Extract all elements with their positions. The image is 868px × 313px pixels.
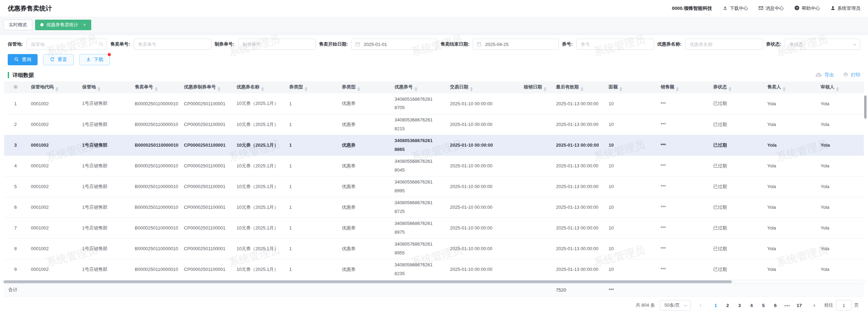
prev-page-button[interactable]: ‹ — [696, 300, 705, 311]
section-accent-bar — [8, 72, 9, 78]
column-header[interactable]: 券类型 — [285, 81, 338, 93]
pagination-pages: 123456•••17 — [710, 300, 804, 311]
column-settings[interactable] — [4, 81, 27, 93]
row-index: 3 — [4, 135, 27, 155]
sort-icon[interactable] — [619, 87, 622, 91]
topbar: 优惠券售卖统计 0000.领锋智能科技 下载中心 消息中心 ? 帮助中心 系统管… — [0, 0, 868, 17]
pagination-ellipsis[interactable]: ••• — [782, 300, 793, 311]
pagination-page-17[interactable]: 17 — [794, 300, 804, 311]
table-row[interactable]: 1 00010021号店销售部 B0000250110000010CP00002… — [4, 93, 864, 114]
sort-icon[interactable] — [155, 87, 158, 91]
horizontal-scrollbar-thumb[interactable] — [4, 280, 732, 283]
column-header[interactable]: 核销日期 — [519, 81, 552, 93]
sort-icon[interactable] — [544, 87, 546, 91]
content-divider — [0, 32, 868, 35]
row-index: 1 — [4, 93, 27, 114]
pagination-page-1[interactable]: 1 — [710, 300, 721, 311]
table-body: 1 00010021号店销售部 B0000250110000010CP00002… — [4, 93, 864, 280]
coupon-status-select[interactable] — [785, 39, 860, 50]
search-icon — [14, 57, 19, 63]
sort-icon[interactable] — [729, 87, 731, 91]
column-header[interactable]: 面额 — [604, 81, 656, 93]
filter-coupon-name: 优惠券名称: — [657, 39, 763, 50]
sales-order-input[interactable] — [134, 39, 212, 50]
user-menu[interactable]: 系统管理员 — [830, 5, 860, 12]
tab-close-icon[interactable]: × — [83, 22, 86, 27]
sort-icon[interactable] — [357, 87, 360, 91]
tab-coupon-sales-stats[interactable]: 优惠券售卖统计 × — [35, 20, 91, 30]
column-header[interactable]: 售卖单号 — [131, 81, 180, 93]
table-row[interactable]: 3 00010021号店销售部 B0000250110000010CP00002… — [4, 135, 864, 155]
cloud-download-icon — [815, 72, 822, 78]
column-header[interactable]: 审核人 — [816, 81, 864, 93]
summary-row: 合计 7520 *** — [4, 284, 864, 297]
storage-location-input[interactable] — [26, 39, 107, 50]
pagination-page-4[interactable]: 4 — [746, 300, 757, 311]
pagination-page-3[interactable]: 3 — [734, 300, 745, 311]
table-row[interactable]: 6 00010021号店销售部 B0000250110000010CP00002… — [4, 197, 864, 218]
sort-icon[interactable] — [305, 87, 307, 91]
table-row[interactable]: 5 00010021号店销售部 B0000250110000010CP00002… — [4, 176, 864, 197]
sort-icon[interactable] — [415, 87, 417, 91]
question-circle-icon: ? — [794, 5, 800, 12]
column-header[interactable]: 保管地 — [78, 81, 131, 93]
sort-icon[interactable] — [676, 87, 679, 91]
coupon-number-input[interactable] — [576, 39, 654, 50]
download-button[interactable]: 下载 — [79, 54, 110, 65]
help-center-link[interactable]: ? 帮助中心 — [794, 5, 820, 12]
sort-icon[interactable] — [470, 87, 473, 91]
sort-icon[interactable] — [261, 87, 264, 91]
pagination-page-6[interactable]: 6 — [770, 300, 781, 311]
total-count: 共 804 条 — [636, 302, 655, 308]
column-header[interactable]: 最后有效期 — [552, 81, 604, 93]
download-center-link[interactable]: 下载中心 — [723, 5, 748, 12]
user-icon — [830, 6, 835, 12]
message-center-link[interactable]: 消息中心 — [758, 5, 784, 12]
column-header[interactable]: 券状态 — [709, 81, 763, 93]
reset-button[interactable]: 重置 — [43, 54, 74, 65]
table-row[interactable]: 8 00010021号店销售部 B0000250110000010CP00002… — [4, 238, 864, 259]
sort-icon[interactable] — [581, 87, 583, 91]
page-size-select[interactable]: 50条/页 — [660, 300, 691, 311]
tab-realtime-overview[interactable]: 实时概览 — [4, 20, 32, 30]
pagination-page-5[interactable]: 5 — [758, 300, 769, 311]
horizontal-scrollbar[interactable] — [1, 280, 867, 284]
pagination-page-2[interactable]: 2 — [722, 300, 733, 311]
svg-text:?: ? — [796, 6, 798, 10]
export-link[interactable]: 导出 — [815, 72, 834, 78]
pagination-bar: 共 804 条 50条/页 ‹ 123456•••17 › 前往 页 — [0, 297, 868, 313]
sort-icon[interactable] — [783, 87, 786, 91]
storage-location-label: 保管地: — [8, 41, 23, 47]
goto-page-input[interactable] — [836, 300, 852, 311]
sort-icon[interactable] — [836, 87, 839, 91]
column-header[interactable]: 券类型 — [338, 81, 390, 93]
start-date-input[interactable] — [351, 39, 437, 50]
next-page-button[interactable]: › — [809, 300, 819, 311]
table-row[interactable]: 7 00010021号店销售部 B0000250110000010CP00002… — [4, 218, 864, 238]
print-link[interactable]: 打印 — [843, 72, 860, 78]
end-date-input[interactable] — [473, 39, 559, 50]
table-row[interactable]: 2 00010021号店销售部 B0000250110000010CP00002… — [4, 114, 864, 135]
column-header[interactable]: 保管地代码 — [27, 81, 78, 93]
row-index: 4 — [4, 155, 27, 176]
table-row[interactable]: 4 00010021号店销售部 B0000250110000010CP00002… — [4, 155, 864, 176]
coupon-number-label: 券号: — [562, 41, 572, 47]
company-name: 0000.领锋智能科技 — [672, 5, 712, 12]
column-header[interactable]: 交易日期 — [446, 81, 519, 93]
goto-label: 前往 — [824, 302, 833, 308]
vertical-scrollbar-thumb[interactable] — [864, 95, 867, 119]
query-button[interactable]: 查询 — [8, 54, 38, 65]
column-header[interactable]: 优惠券名称 — [232, 81, 285, 93]
sort-icon[interactable] — [98, 87, 100, 91]
coupon-name-input[interactable] — [685, 39, 763, 50]
column-header[interactable]: 销售额 — [656, 81, 709, 93]
summary-face-value: 7520 — [552, 284, 604, 296]
filter-coupon-status: 券状态: — [766, 39, 860, 50]
sort-icon[interactable] — [218, 87, 220, 91]
column-header[interactable]: 优惠券制券单号 — [180, 81, 232, 93]
column-header[interactable]: 售卖人 — [763, 81, 816, 93]
table-row[interactable]: 9 00010021号店销售部 B0000250110000010CP00002… — [4, 259, 864, 280]
make-order-input[interactable] — [238, 39, 316, 50]
sort-icon[interactable] — [55, 87, 58, 91]
column-header[interactable]: 优惠券号 — [390, 81, 446, 93]
